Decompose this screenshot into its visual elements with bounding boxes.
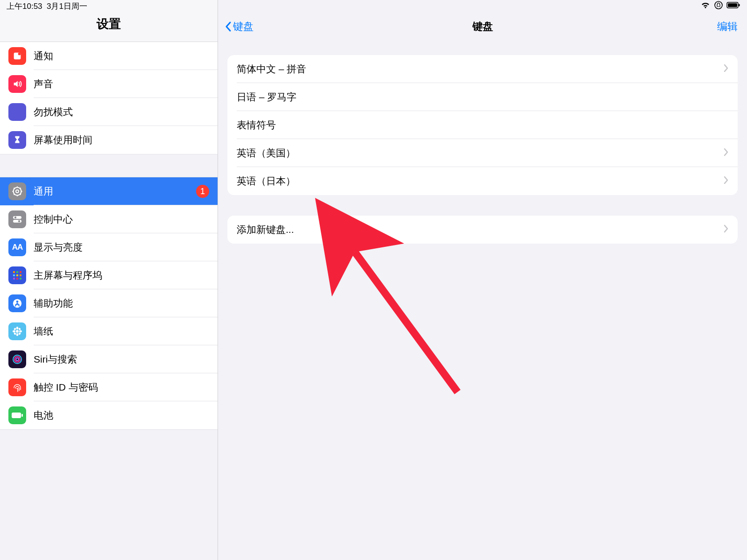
keyboard-row[interactable]: 简体中文 – 拼音 xyxy=(227,55,738,83)
badge: 1 xyxy=(196,185,209,198)
chevron-right-icon xyxy=(724,224,728,235)
back-label: 键盘 xyxy=(233,20,254,34)
svg-rect-3 xyxy=(739,4,740,7)
keyboard-label: 英语（日本） xyxy=(237,175,296,188)
general-icon xyxy=(8,182,26,200)
keyboard-row[interactable]: 英语（美国） xyxy=(227,139,738,167)
svg-rect-24 xyxy=(16,274,18,276)
svg-line-13 xyxy=(20,194,21,195)
svg-point-30 xyxy=(16,301,19,303)
svg-point-19 xyxy=(18,220,20,222)
sidebar-item-screentime[interactable]: 屏幕使用时间 xyxy=(0,126,218,154)
sidebar-item-siri[interactable]: Siri与搜索 xyxy=(0,345,218,373)
status-bar: 上午10:53 3月1日周一 xyxy=(0,0,747,12)
notifications-icon xyxy=(8,47,26,65)
accessibility-icon xyxy=(8,294,26,312)
sidebar-item-label: 辅助功能 xyxy=(34,297,73,310)
svg-rect-22 xyxy=(20,271,21,273)
touchid-icon xyxy=(8,378,26,396)
keyboards-list: 简体中文 – 拼音日语 – 罗马字表情符号英语（美国）英语（日本） xyxy=(227,55,738,195)
sidebar-section: 通用1控制中心AA显示与亮度主屏幕与程序坞辅助功能墙纸Siri与搜索触控 ID … xyxy=(0,177,218,430)
keyboard-label: 日语 – 罗马字 xyxy=(237,91,296,104)
sidebar-item-label: 显示与亮度 xyxy=(34,241,83,254)
sidebar-item-wallpaper[interactable]: 墙纸 xyxy=(0,317,218,345)
svg-line-14 xyxy=(14,194,15,195)
wallpaper-icon xyxy=(8,322,26,340)
sidebar-item-label: 触控 ID 与密码 xyxy=(34,381,98,394)
control-icon xyxy=(8,210,26,228)
svg-point-42 xyxy=(16,358,19,361)
sounds-icon xyxy=(8,75,26,93)
sidebar-section: 通知声音勿扰模式屏幕使用时间 xyxy=(0,42,218,154)
svg-point-17 xyxy=(14,217,16,218)
keyboard-label: 表情符号 xyxy=(237,119,276,132)
siri-icon xyxy=(8,350,26,368)
svg-point-31 xyxy=(16,330,19,333)
status-time: 上午10:53 3月1日周一 xyxy=(7,1,87,12)
sidebar-title: 设置 xyxy=(97,16,121,32)
svg-point-0 xyxy=(715,1,722,9)
svg-point-36 xyxy=(14,328,16,330)
orientation-lock-icon xyxy=(714,1,723,12)
sidebar-item-touchid[interactable]: 触控 ID 与密码 xyxy=(0,373,218,401)
screentime-icon xyxy=(8,131,26,149)
svg-point-39 xyxy=(18,332,21,335)
sidebar-item-notifications[interactable]: 通知 xyxy=(0,42,218,70)
svg-rect-26 xyxy=(13,278,15,280)
detail-title: 键盘 xyxy=(472,20,493,34)
battery-icon xyxy=(726,1,740,11)
sidebar-item-label: 控制中心 xyxy=(34,213,73,226)
status-right xyxy=(700,1,740,12)
svg-rect-23 xyxy=(13,274,15,276)
keyboard-label: 简体中文 – 拼音 xyxy=(237,63,306,76)
svg-rect-16 xyxy=(13,216,21,219)
keyboard-row[interactable]: 日语 – 罗马字 xyxy=(227,83,738,111)
sidebar-item-general[interactable]: 通用1 xyxy=(0,177,218,205)
detail-body: 简体中文 – 拼音日语 – 罗马字表情符号英语（美国）英语（日本） 添加新键盘.… xyxy=(218,42,747,257)
add-keyboard-row[interactable]: 添加新键盘... xyxy=(227,216,738,244)
sidebar-item-battery[interactable]: 电池 xyxy=(0,401,218,429)
svg-rect-25 xyxy=(20,274,21,276)
keyboard-row[interactable]: 英语（日本） xyxy=(227,167,738,195)
svg-point-5 xyxy=(18,52,21,55)
svg-point-37 xyxy=(18,328,21,330)
dnd-icon xyxy=(8,103,26,121)
date-text: 3月1日周一 xyxy=(47,2,87,11)
time-text: 上午10:53 xyxy=(7,2,42,11)
sidebar-item-home[interactable]: 主屏幕与程序坞 xyxy=(0,261,218,289)
chevron-right-icon xyxy=(724,175,728,187)
svg-point-32 xyxy=(16,327,18,329)
sidebar-item-dnd[interactable]: 勿扰模式 xyxy=(0,98,218,126)
add-keyboard-label: 添加新键盘... xyxy=(237,223,294,236)
svg-rect-18 xyxy=(13,220,21,223)
svg-point-7 xyxy=(16,190,19,193)
sidebar-item-label: 墙纸 xyxy=(34,325,53,338)
svg-line-12 xyxy=(14,188,15,189)
sidebar-item-sounds[interactable]: 声音 xyxy=(0,70,218,98)
wifi-icon xyxy=(700,1,711,11)
svg-rect-2 xyxy=(728,3,737,7)
sidebar-item-control[interactable]: 控制中心 xyxy=(0,205,218,233)
home-icon xyxy=(8,266,26,284)
sidebar-item-label: 主屏幕与程序坞 xyxy=(34,269,102,282)
back-button[interactable]: 键盘 xyxy=(225,20,254,34)
keyboard-row[interactable]: 表情符号 xyxy=(227,111,738,139)
svg-point-38 xyxy=(14,332,16,335)
svg-rect-21 xyxy=(16,271,18,273)
edit-button[interactable]: 编辑 xyxy=(717,20,738,34)
chevron-right-icon xyxy=(724,147,728,159)
svg-line-15 xyxy=(20,188,21,189)
sidebar-item-label: 电池 xyxy=(34,409,53,422)
svg-point-34 xyxy=(13,330,15,332)
app-root: 上午10:53 3月1日周一 设置 通知声音勿扰模式屏幕使用时间通用1控制中心A… xyxy=(0,0,747,560)
svg-rect-20 xyxy=(13,271,15,273)
sidebar-item-label: Siri与搜索 xyxy=(34,353,77,366)
svg-point-35 xyxy=(19,330,22,332)
sidebar-item-display[interactable]: AA显示与亮度 xyxy=(0,233,218,261)
sidebar-item-label: 通知 xyxy=(34,49,53,63)
svg-point-41 xyxy=(14,357,20,362)
svg-rect-28 xyxy=(20,278,21,280)
sidebar-item-label: 屏幕使用时间 xyxy=(34,133,92,147)
chevron-right-icon xyxy=(724,63,728,75)
sidebar-item-accessibility[interactable]: 辅助功能 xyxy=(0,289,218,317)
